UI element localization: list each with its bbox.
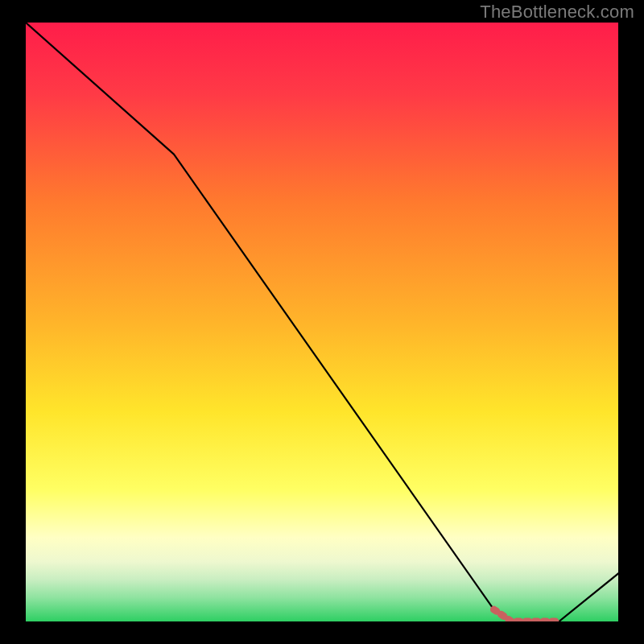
chart-container: TheBottleneck.com xyxy=(0,0,644,644)
plot-area xyxy=(26,23,618,621)
chart-svg xyxy=(26,23,618,621)
gradient-background xyxy=(26,23,618,621)
watermark-text: TheBottleneck.com xyxy=(480,2,634,23)
